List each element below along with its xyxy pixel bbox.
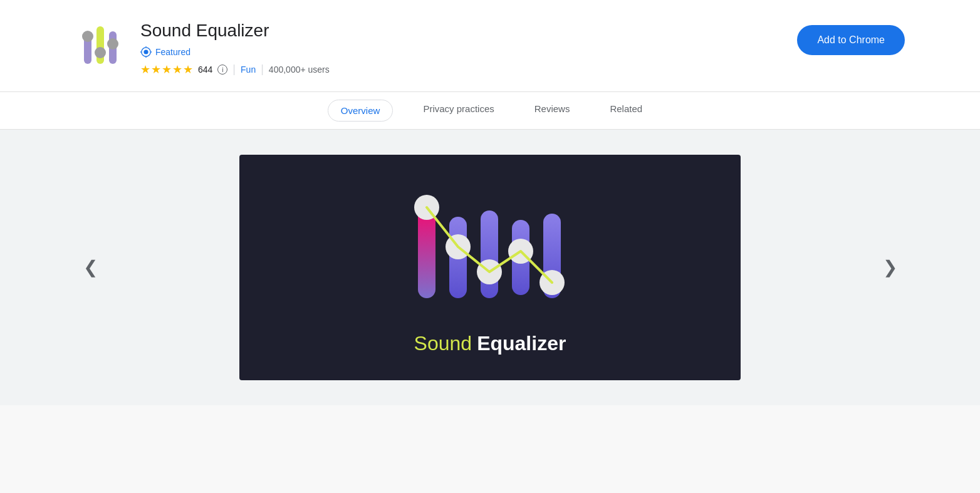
divider: | [232, 63, 236, 76]
tab-overview[interactable]: Overview [328, 100, 394, 122]
star-4: ★ [172, 63, 182, 76]
add-to-chrome-button[interactable]: Add to Chrome [797, 25, 905, 55]
tab-privacy[interactable]: Privacy practices [403, 92, 514, 129]
info-button[interactable]: i [217, 65, 227, 75]
page-title: Sound Equalizer [140, 20, 330, 41]
tab-related[interactable]: Related [590, 92, 662, 129]
main-content: ❮ [0, 130, 980, 405]
svg-point-1 [82, 31, 93, 42]
carousel-next-button[interactable]: ❯ [875, 252, 905, 283]
rating-row: ★ ★ ★ ★ ★ 644 i | Fun | 400,000+ users [140, 63, 330, 76]
carousel-title-equalizer: Equalizer [477, 332, 566, 355]
carousel-wrapper: ❮ [0, 155, 980, 380]
equalizer-illustration [383, 179, 597, 317]
next-arrow-icon: ❯ [883, 257, 897, 278]
prev-arrow-icon: ❮ [83, 257, 98, 278]
carousel-image: Sound Equalizer [239, 155, 741, 380]
star-3: ★ [162, 63, 172, 76]
svg-point-5 [107, 38, 118, 49]
header-section: Sound Equalizer Featured ★ ★ ★ ★ ★ [0, 0, 980, 92]
extension-icon [75, 20, 125, 70]
star-2: ★ [151, 63, 161, 76]
svg-point-7 [143, 49, 148, 54]
tabs-nav: Overview Privacy practices Reviews Relat… [0, 92, 980, 130]
extension-info: Sound Equalizer Featured ★ ★ ★ ★ ★ [140, 20, 330, 76]
carousel-prev-button[interactable]: ❮ [75, 252, 105, 283]
svg-rect-12 [481, 210, 498, 298]
carousel-title-sound: Sound [414, 332, 472, 355]
tab-overview-wrap: Overview [318, 92, 404, 129]
divider-2: | [261, 63, 264, 76]
rating-count: 644 [198, 65, 212, 75]
carousel-title: Sound Equalizer [414, 332, 566, 355]
featured-label: Featured [155, 47, 190, 57]
tab-reviews[interactable]: Reviews [514, 92, 590, 129]
users-count: 400,000+ users [269, 65, 330, 75]
svg-point-3 [95, 47, 106, 58]
star-5-half: ★ [183, 63, 193, 76]
header-left: Sound Equalizer Featured ★ ★ ★ ★ ★ [75, 20, 330, 76]
featured-badge: Featured [140, 46, 330, 58]
star-1: ★ [140, 63, 150, 76]
featured-icon [140, 46, 152, 58]
stars-display: ★ ★ ★ ★ ★ [140, 63, 193, 76]
category-link[interactable]: Fun [241, 65, 256, 75]
